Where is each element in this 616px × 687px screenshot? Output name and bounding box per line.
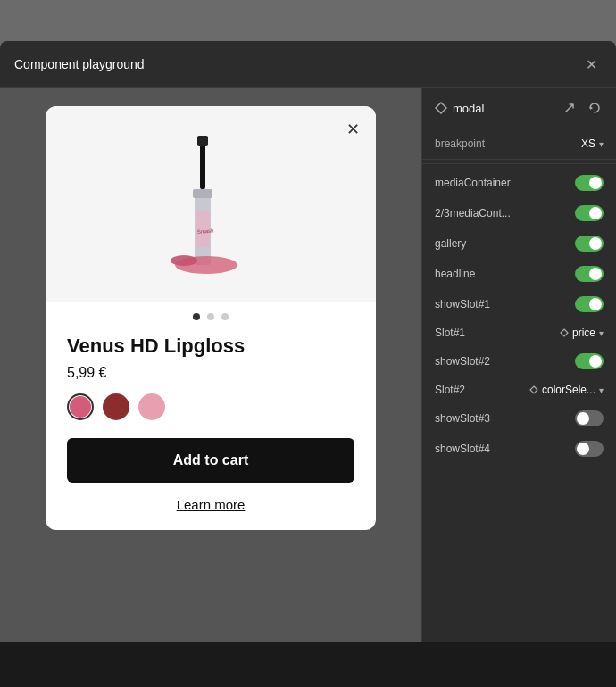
component-playground-panel: Component playground ✕ ✕ Smash [0, 41, 616, 687]
settings-header: modal [422, 88, 616, 128]
export-button[interactable] [561, 99, 579, 117]
breakpoint-row: breakpoint XS ▾ [422, 128, 616, 160]
diamond-icon [435, 102, 447, 114]
breakpoint-select[interactable]: XS ▾ [581, 137, 604, 150]
dot-1[interactable] [193, 313, 200, 320]
setting-row-2/3mediaContainer: 2/3mediaCont... [422, 198, 616, 228]
setting-row-mediaContainer: mediaContainer [422, 168, 616, 198]
svg-marker-11 [530, 386, 537, 393]
panel-body: ✕ Smash [0, 88, 616, 687]
toggle-gallery[interactable] [575, 236, 604, 252]
svg-marker-9 [590, 106, 593, 110]
slot1-value: price [572, 327, 595, 339]
product-price: 5,99 € [67, 365, 354, 381]
refresh-icon [588, 102, 601, 114]
panel-header: Component playground ✕ [0, 41, 616, 88]
preview-area: ✕ Smash [0, 88, 421, 687]
settings-panel: modal [421, 88, 616, 687]
setting-row-showSlot4: showSlot#4 [422, 434, 616, 464]
setting-label-showSlot1: showSlot#1 [435, 298, 490, 310]
svg-rect-5 [197, 136, 208, 146]
toggle-showSlot1[interactable] [575, 296, 604, 312]
pagination-dots [46, 313, 376, 320]
setting-row-headline: headline [422, 259, 616, 289]
add-to-cart-button[interactable]: Add to cart [67, 438, 354, 483]
slot1-row: Slot#1 price ▾ [422, 319, 616, 346]
svg-rect-4 [200, 140, 205, 189]
setting-label-showSlot4: showSlot#4 [435, 443, 490, 455]
svg-text:Smash: Smash [197, 228, 214, 235]
export-icon [563, 102, 576, 114]
slot2-value-select[interactable]: colorSele... ▾ [529, 384, 604, 396]
slot2-row: Slot#2 colorSele... ▾ [422, 377, 616, 403]
setting-label-mediaContainer: mediaContainer [435, 177, 511, 189]
panel-title: Component playground [14, 57, 145, 71]
svg-marker-8 [436, 103, 446, 113]
settings-title-row: modal [435, 102, 484, 115]
panel-close-button[interactable]: ✕ [580, 54, 602, 75]
svg-point-7 [171, 255, 197, 266]
color-swatches [46, 393, 376, 420]
setting-label-showSlot3: showSlot#3 [435, 412, 490, 425]
breakpoint-value: XS [581, 137, 595, 150]
settings-modal-label: modal [453, 102, 484, 115]
setting-row-showSlot3: showSlot#3 [422, 403, 616, 434]
svg-marker-10 [561, 329, 568, 336]
slot1-label: Slot#1 [435, 327, 465, 339]
modal-close-button[interactable]: ✕ [340, 117, 365, 142]
setting-row-showSlot1: showSlot#1 [422, 289, 616, 319]
setting-label-headline: headline [435, 268, 475, 280]
bottom-bar [0, 642, 616, 687]
dot-3[interactable] [221, 313, 229, 320]
product-image: Smash [148, 122, 273, 287]
slot1-chevron-icon: ▾ [599, 328, 604, 338]
chevron-down-icon: ▾ [599, 139, 604, 149]
slot2-value: colorSele... [542, 384, 595, 396]
setting-label-showSlot2: showSlot#2 [435, 355, 490, 368]
toggle-2/3mediaContainer[interactable] [575, 205, 604, 221]
slot1-diamond-icon [560, 328, 569, 337]
breakpoint-label: breakpoint [435, 137, 485, 150]
refresh-button[interactable] [586, 99, 604, 117]
svg-rect-1 [193, 189, 212, 198]
setting-label-2/3mediaContainer: 2/3mediaCont... [435, 207, 511, 219]
toggle-showSlot3[interactable] [575, 410, 604, 426]
product-name: Venus HD Lipgloss [67, 335, 354, 358]
swatch-light-pink[interactable] [138, 393, 165, 420]
product-image-area: Smash [46, 106, 376, 302]
learn-more-link[interactable]: Learn more [46, 497, 376, 512]
setting-label-gallery: gallery [435, 237, 466, 250]
setting-row-gallery: gallery [422, 228, 616, 259]
swatch-pink[interactable] [67, 393, 94, 420]
settings-divider [422, 163, 616, 164]
slot1-value-select[interactable]: price ▾ [560, 327, 604, 339]
swatch-dark-red[interactable] [103, 393, 129, 420]
toggle-mediaContainer[interactable] [575, 175, 604, 191]
product-info: Venus HD Lipgloss 5,99 € [46, 320, 376, 381]
setting-row-showSlot2: showSlot#2 [422, 346, 616, 377]
settings-actions [561, 99, 604, 117]
slot2-diamond-icon [529, 385, 538, 394]
modal-card: ✕ Smash [46, 106, 376, 530]
toggle-headline[interactable] [575, 266, 604, 282]
toggle-showSlot4[interactable] [575, 441, 604, 457]
slot2-label: Slot#2 [435, 384, 465, 396]
dot-2[interactable] [207, 313, 214, 320]
toggle-showSlot2[interactable] [575, 353, 604, 369]
slot2-chevron-icon: ▾ [599, 385, 604, 395]
